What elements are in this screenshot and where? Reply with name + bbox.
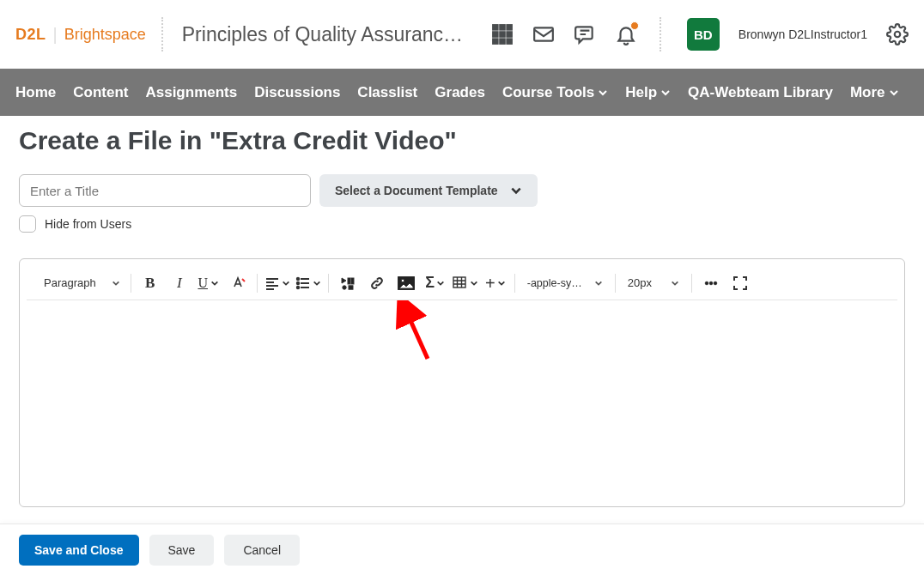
font-family-select[interactable]: -apple-syste…: [522, 277, 608, 289]
paragraph-style-select[interactable]: Paragraph: [40, 276, 124, 289]
svg-line-24: [404, 307, 428, 359]
notification-badge: [630, 21, 639, 30]
subscriptions-icon[interactable]: [574, 23, 596, 45]
chevron-down-icon: [671, 279, 679, 288]
annotation-arrow-icon: [395, 300, 438, 369]
align-button[interactable]: [264, 271, 290, 295]
chevron-down-icon: [660, 88, 671, 98]
chevron-down-icon: [598, 88, 608, 98]
chevron-down-icon: [112, 279, 120, 288]
nav-discussions[interactable]: Discussions: [254, 84, 340, 101]
settings-gear-icon[interactable]: [886, 23, 909, 45]
chevron-down-icon: [470, 279, 478, 288]
chevron-down-icon: [210, 279, 219, 288]
messages-icon[interactable]: [532, 23, 555, 45]
editor-content-area[interactable]: [20, 300, 904, 476]
hide-from-users-label: Hide from Users: [45, 217, 131, 231]
insert-table-button[interactable]: [453, 271, 478, 295]
insert-more-button[interactable]: +: [483, 271, 508, 295]
svg-rect-3: [493, 32, 497, 36]
svg-rect-8: [507, 39, 511, 43]
page-title: Create a File in "Extra Credit Video": [19, 126, 905, 155]
chevron-down-icon: [497, 279, 506, 288]
chevron-down-icon: [436, 279, 445, 288]
svg-point-12: [296, 281, 299, 284]
nav-course-tools[interactable]: Course Tools: [502, 84, 608, 101]
italic-button[interactable]: I: [167, 271, 191, 295]
svg-rect-17: [349, 285, 353, 288]
svg-point-13: [296, 286, 299, 288]
svg-rect-7: [500, 39, 504, 43]
svg-rect-1: [500, 25, 504, 29]
font-size-select[interactable]: 20px: [623, 276, 684, 289]
brand-logo[interactable]: D2L | Brightspace: [15, 25, 146, 45]
brand-separator: |: [53, 25, 58, 45]
notifications-icon[interactable]: [615, 23, 637, 45]
svg-rect-15: [351, 278, 354, 284]
equation-button[interactable]: Σ: [423, 271, 447, 295]
nav-assignments[interactable]: Assignments: [145, 84, 237, 101]
svg-point-22: [709, 281, 713, 285]
nav-qa-webteam-library[interactable]: QA-Webteam Library: [688, 84, 833, 101]
svg-point-19: [401, 279, 404, 282]
svg-rect-20: [453, 277, 465, 288]
chevron-down-icon: [889, 88, 899, 98]
course-navbar: Home Content Assignments Discussions Cla…: [0, 69, 924, 116]
nav-grades[interactable]: Grades: [435, 84, 485, 101]
svg-rect-6: [493, 39, 497, 43]
underline-button[interactable]: U: [197, 271, 221, 295]
svg-rect-9: [534, 27, 553, 40]
avatar[interactable]: BD: [687, 18, 720, 51]
apps-grid-icon[interactable]: [491, 23, 514, 45]
rich-text-editor: Paragraph B I U: [19, 258, 905, 507]
svg-rect-0: [493, 25, 497, 29]
svg-rect-2: [507, 25, 511, 29]
brand-d2l: D2L: [15, 26, 46, 44]
svg-point-21: [705, 281, 708, 285]
chevron-down-icon: [313, 279, 321, 288]
nav-more[interactable]: More: [850, 84, 899, 101]
username-label[interactable]: Bronwyn D2LInstructor1: [739, 27, 867, 41]
vertical-separator: [161, 17, 167, 51]
select-template-label: Select a Document Template: [335, 184, 498, 197]
editor-toolbar: Paragraph B I U: [27, 266, 897, 300]
svg-point-10: [895, 32, 901, 38]
top-bar: D2L | Brightspace Principles of Quality …: [0, 0, 924, 69]
hide-from-users-checkbox[interactable]: [19, 215, 36, 233]
chevron-down-icon: [594, 279, 603, 288]
svg-point-11: [296, 277, 299, 280]
chevron-down-icon: [510, 185, 522, 197]
text-color-button[interactable]: [226, 271, 250, 295]
fullscreen-button[interactable]: [728, 271, 752, 295]
select-template-button[interactable]: Select a Document Template: [319, 174, 538, 207]
nav-classlist[interactable]: Classlist: [357, 84, 417, 101]
vertical-separator: [660, 17, 665, 51]
svg-rect-4: [500, 32, 504, 36]
page-body: Create a File in "Extra Credit Video" Se…: [0, 116, 924, 507]
brand-brightspace: Brightspace: [64, 26, 146, 44]
course-title[interactable]: Principles of Quality Assuranc…: [182, 23, 463, 46]
insert-link-button[interactable]: [365, 271, 389, 295]
insert-image-button[interactable]: [394, 271, 418, 295]
file-title-input[interactable]: [19, 174, 311, 207]
svg-point-16: [343, 285, 346, 288]
list-button[interactable]: [295, 271, 321, 295]
nav-content[interactable]: Content: [73, 84, 128, 101]
insert-stuff-button[interactable]: [336, 271, 360, 295]
svg-point-23: [714, 281, 717, 285]
nav-home[interactable]: Home: [15, 84, 56, 101]
more-actions-button[interactable]: [699, 271, 723, 295]
svg-rect-5: [507, 32, 511, 36]
nav-help[interactable]: Help: [625, 84, 671, 101]
svg-rect-14: [348, 278, 350, 284]
chevron-down-icon: [282, 279, 290, 288]
bold-button[interactable]: B: [138, 271, 162, 295]
